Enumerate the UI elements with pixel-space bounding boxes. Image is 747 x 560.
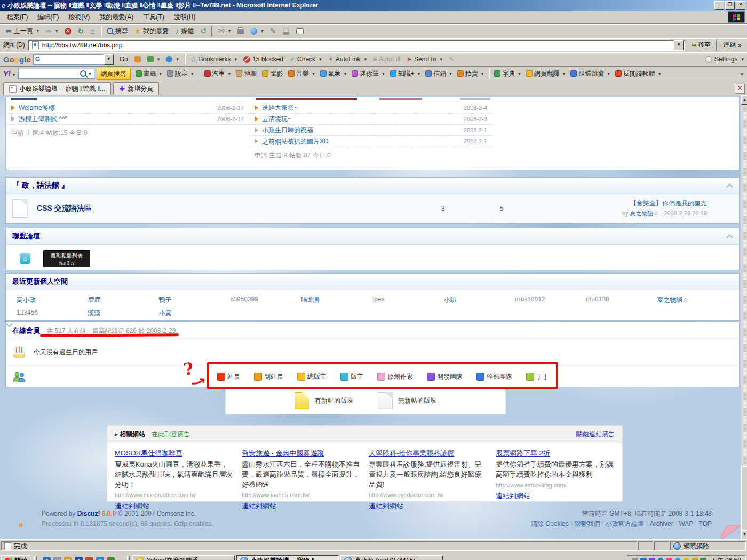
yahoo-search-input[interactable] [20, 69, 80, 78]
yahoo-translate-button[interactable]: 網頁翻譯 [523, 69, 568, 78]
minimize-button[interactable]: _ [714, 1, 724, 10]
tab-active[interactable]: 小政娛樂論壇 -- 寵物 ‖遊戲 ‖... [3, 82, 111, 95]
google-news-icon[interactable] [131, 56, 144, 62]
menu-view[interactable]: 檢視(V) [63, 11, 94, 23]
menu-favorites[interactable]: 我的最愛(A) [94, 11, 138, 23]
links-button[interactable]: 連結» [720, 39, 745, 51]
thread-link[interactable]: 去清境玩~ [262, 115, 459, 124]
tray-icon[interactable] [700, 558, 706, 560]
messenger-button[interactable] [247, 27, 267, 36]
yahoo-overflow-button[interactable]: » [740, 70, 744, 77]
back-button[interactable]: ⇦上一頁 [2, 26, 42, 37]
yahoo-settings-button[interactable]: 設定 [164, 69, 196, 78]
contact-link[interactable]: 聯繫我們 [574, 520, 600, 527]
taskbar-clock[interactable]: 下午 06:58 [711, 556, 741, 560]
address-dropdown-button[interactable]: ▼ [674, 40, 684, 50]
google-pagerank-button[interactable] [144, 56, 163, 62]
home-button[interactable]: ⌂ [87, 26, 98, 36]
document-button[interactable]: ▤ [280, 26, 293, 36]
menu-file[interactable]: 檔案(F) [2, 11, 33, 23]
yahoo-movies-button[interactable]: 電影 [259, 69, 285, 78]
google-autofill-button[interactable]: ≡AutoFill [370, 55, 403, 63]
yahoo-knowledge-button[interactable]: 知識+ [387, 69, 423, 78]
new-tab-button[interactable]: ✚新增分頁 [113, 82, 159, 95]
scroll-down-button[interactable]: ▼ [741, 530, 747, 539]
menu-edit[interactable]: 編輯(E) [33, 11, 63, 23]
thread-link[interactable]: 小政生日時的祝福 [262, 126, 459, 135]
ad-title-link[interactable]: 大學眼科-給你專業眼科診療 [369, 449, 487, 459]
yahoo-cars-button[interactable]: 汽車 [202, 69, 234, 78]
yahoo-mail-button[interactable]: 信箱 [423, 69, 455, 78]
compass-quicklaunch-icon[interactable]: ◎ [96, 557, 104, 560]
google-go-button[interactable]: Go [116, 55, 131, 63]
favorites-button[interactable]: ★我的最愛 [131, 26, 172, 37]
yahoo-popup-blocker-button[interactable]: 阻擋跳窗 [568, 69, 613, 78]
google-bookmarks-button[interactable]: ☆Bookmarks [187, 55, 240, 63]
space-user-link[interactable]: 屁屁 [88, 295, 158, 305]
media-button[interactable]: ♪媒體 [172, 26, 197, 37]
yahoo-music-button[interactable]: 音樂 [285, 69, 317, 78]
google-comment-button[interactable] [163, 56, 182, 62]
space-user-link[interactable]: c0950399 [230, 295, 301, 305]
space-user-link[interactable]: 鴨子 [159, 295, 230, 305]
wap-link[interactable]: WAP [679, 520, 693, 527]
yahoo-logo[interactable]: Y! [3, 69, 15, 78]
address-input[interactable] [41, 41, 674, 50]
keyword-ads-link[interactable]: 關鍵連結廣告 [576, 430, 615, 439]
tray-icon[interactable] [649, 558, 655, 560]
forward-button[interactable]: ⇨ [42, 26, 61, 36]
stop-button[interactable]: ✕ [61, 27, 75, 36]
google-popup-blocked-button[interactable]: 15 blocked [240, 55, 287, 63]
google-spellcheck-button[interactable]: ✓Check [287, 55, 325, 63]
tray-icon[interactable] [657, 558, 664, 560]
history-button[interactable]: ↺ [197, 26, 210, 36]
yahoo-web-search-button[interactable]: 網頁搜尋 [97, 68, 131, 80]
yahoo-antispy-button[interactable]: 反間諜軟體 [613, 69, 664, 78]
collapse-chevron-icon[interactable] [726, 233, 733, 239]
forum-name-link[interactable]: CSS 交流語法區 [37, 204, 414, 213]
google-highlight-button[interactable]: ✎ [446, 55, 457, 63]
start-button[interactable]: 開始 [1, 555, 31, 560]
thread-link[interactable]: Welome游標 [19, 103, 213, 113]
maximize-button[interactable]: ❐ [725, 1, 735, 10]
yahoo-notepad-button[interactable]: 迷你筆 [349, 69, 387, 78]
task-messenger-user[interactable]: 高小政 (asd7374415) [340, 555, 443, 560]
ad-title-link[interactable]: 喬安旅遊 - 金典中國新遊蹤 [242, 449, 360, 459]
google-settings-button[interactable]: Settings [705, 55, 744, 63]
close-button[interactable]: × [736, 1, 745, 10]
space-user-link[interactable]: 123456 [17, 309, 88, 318]
edit-button[interactable]: ✎ [267, 26, 280, 36]
scrollbar-thumb[interactable] [741, 466, 747, 530]
lastpost-title-link[interactable]: 【音樂盒】你們是我的星光 [630, 199, 707, 207]
ad-title-link[interactable]: 股票網路下單 2折 [496, 449, 614, 459]
archiver-link[interactable]: Archiver [650, 520, 673, 527]
space-user-link[interactable]: 高小政 [17, 295, 88, 305]
print-button[interactable] [234, 28, 247, 35]
yahoo-weather-button[interactable]: 氣象 [317, 69, 349, 78]
tray-icon[interactable] [674, 558, 681, 560]
post-ad-link[interactable]: 在此刊登廣告 [152, 430, 190, 439]
lastpost-user-link[interactable]: 夏之物語☆ [630, 210, 659, 217]
tray-icon[interactable] [666, 558, 672, 560]
mail-quicklaunch-icon[interactable]: ✉ [64, 557, 72, 560]
grid-quicklaunch-icon[interactable] [107, 557, 115, 560]
yahoo-bookmarks-button[interactable]: 書籤 [133, 69, 165, 78]
tab-bar-close-button[interactable]: ✕ [735, 84, 745, 94]
space-user-link[interactable]: 小趴 [443, 295, 514, 305]
pet-quicklaunch-icon[interactable]: ● [85, 557, 93, 560]
space-user-link[interactable]: 漢漢 [88, 309, 158, 318]
top-link[interactable]: TOP [699, 520, 712, 527]
display-tray-icon[interactable] [640, 558, 647, 560]
thread-link[interactable]: 之前網站被抓的圖片XD [262, 137, 459, 146]
space-user-link[interactable]: 喵北鼻 [301, 295, 372, 305]
shield-quicklaunch-icon[interactable]: ◆ [75, 557, 83, 560]
google-autolink-button[interactable]: ✦AutoLink [325, 55, 370, 63]
google-search-input[interactable] [42, 55, 104, 64]
google-sendto-button[interactable]: ➤Send to [403, 55, 446, 63]
ad-title-link[interactable]: MOSOR馬仕得咖啡豆 [115, 449, 233, 459]
war3-banner-link[interactable]: 魔獸私服列表 war3.tv [43, 250, 90, 267]
discuz-link[interactable]: Discuz! [77, 510, 100, 517]
yahoo-auction-button[interactable]: 拍賣 [455, 69, 487, 78]
yahoo-maps-button[interactable]: 地圖 [233, 69, 259, 78]
yahoo-dictionary-button[interactable]: 字典 [491, 69, 523, 78]
